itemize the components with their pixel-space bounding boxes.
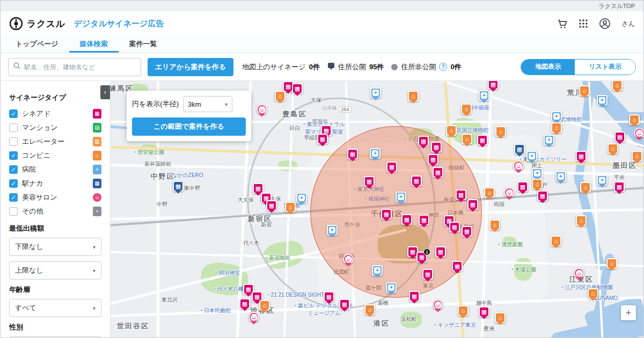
convenience-marker[interactable]: ⌂ bbox=[489, 219, 500, 230]
cinead-marker[interactable]: ▦ bbox=[449, 222, 460, 232]
filter-type-station[interactable]: ✓駅ナカ▦ bbox=[9, 177, 101, 190]
convenience-marker[interactable]: ⌂ bbox=[629, 114, 640, 125]
beauty-salon-marker[interactable]: ☺ bbox=[343, 254, 354, 264]
filter-type-store[interactable]: ✓コンビニ⌂ bbox=[9, 149, 101, 163]
station-marker[interactable]: ▦ bbox=[173, 181, 184, 192]
convenience-marker[interactable]: ⌂ bbox=[580, 182, 591, 193]
help-icon[interactable]: ? bbox=[439, 63, 447, 71]
cinead-marker[interactable]: ▦ bbox=[431, 142, 442, 152]
cinead-marker[interactable]: ▦ bbox=[477, 135, 488, 145]
cinead-marker[interactable]: ▦ bbox=[381, 209, 392, 219]
hospital-marker[interactable]: + bbox=[544, 135, 554, 145]
filter-type-elevator[interactable]: エレベーター▥ bbox=[9, 135, 101, 149]
cinead-marker[interactable]: ▦ bbox=[347, 149, 358, 159]
hospital-marker[interactable]: + bbox=[479, 90, 489, 101]
hospital-marker[interactable]: + bbox=[597, 175, 608, 186]
brand-logo[interactable]: ラクスル bbox=[9, 17, 65, 31]
filter-type-hospital[interactable]: ✓病院+ bbox=[9, 163, 101, 177]
cinead-marker[interactable]: ▦2 bbox=[416, 252, 427, 262]
cinead-marker[interactable]: ▦ bbox=[479, 306, 489, 317]
hospital-marker[interactable]: + bbox=[386, 282, 397, 293]
cinead-marker[interactable]: ▦ bbox=[239, 298, 250, 309]
zoom-in-button[interactable]: + bbox=[621, 305, 636, 320]
beauty-salon-marker[interactable]: ☺ bbox=[257, 104, 267, 115]
cinead-marker[interactable]: ▦ bbox=[409, 291, 420, 302]
cinead-marker[interactable]: ▦ bbox=[253, 183, 264, 194]
filter-type-cinead[interactable]: ✓シネアド▦ bbox=[9, 107, 101, 121]
search-input[interactable] bbox=[24, 63, 136, 71]
beauty-salon-marker[interactable]: ☺ bbox=[504, 187, 515, 198]
cinead-marker[interactable]: ▦ bbox=[324, 291, 334, 302]
tab-top-page[interactable]: トップページ bbox=[5, 36, 69, 53]
hospital-marker[interactable]: + bbox=[551, 111, 562, 122]
convenience-marker[interactable]: ⌂ bbox=[551, 122, 562, 133]
account-icon[interactable] bbox=[599, 18, 611, 30]
hospital-marker[interactable]: + bbox=[372, 265, 383, 276]
list-view-toggle[interactable]: リスト表示 bbox=[575, 60, 635, 75]
convenience-marker[interactable]: ⌂ bbox=[608, 143, 618, 154]
create-from-area-button[interactable]: エリアから案件を作る bbox=[148, 58, 233, 76]
convenience-marker[interactable]: ⌂ bbox=[462, 134, 472, 144]
beauty-salon-marker[interactable]: ☺ bbox=[433, 299, 443, 310]
radius-select[interactable]: 3km ▾ bbox=[183, 96, 232, 112]
convenience-marker[interactable]: ⌂ bbox=[551, 236, 561, 246]
cinead-marker[interactable]: ▦ bbox=[456, 189, 466, 200]
beauty-salon-marker[interactable]: ☺ bbox=[513, 160, 524, 171]
filter-type-other[interactable]: その他▪ bbox=[9, 204, 101, 218]
checkbox-mansion[interactable] bbox=[9, 123, 18, 132]
cinead-marker[interactable]: ▦ bbox=[435, 246, 446, 257]
map-canvas[interactable]: 練馬区豊島区中野区新宿区千代田区港区渋谷区世田谷区江東区墨田区荒川区大塚山手線目… bbox=[111, 81, 643, 338]
checkbox-station[interactable]: ✓ bbox=[9, 179, 18, 188]
cinead-marker[interactable]: ▦ bbox=[411, 175, 422, 186]
filter-type-beauty[interactable]: ✓美容サロン☺ bbox=[9, 190, 101, 204]
station-marker[interactable]: ▦ bbox=[514, 144, 525, 155]
cinead-marker[interactable]: ▦ bbox=[266, 200, 277, 211]
convenience-marker[interactable]: ⌂ bbox=[532, 179, 543, 189]
cinead-marker[interactable]: ▦ bbox=[433, 167, 443, 178]
convenience-marker[interactable]: ⌂ bbox=[408, 91, 419, 101]
cinead-marker[interactable]: ▦ bbox=[418, 136, 429, 146]
cinead-marker[interactable]: ▦ bbox=[401, 214, 412, 225]
convenience-marker[interactable]: ⌂ bbox=[275, 91, 286, 101]
cinead-marker[interactable]: ▦ bbox=[317, 134, 328, 144]
convenience-marker[interactable]: ⌂ bbox=[446, 125, 457, 136]
hospital-marker[interactable]: + bbox=[555, 171, 566, 182]
create-in-range-button[interactable]: この範囲で案件を作る bbox=[132, 117, 246, 136]
hospital-marker[interactable]: + bbox=[526, 151, 537, 161]
checkbox-store[interactable]: ✓ bbox=[9, 151, 18, 160]
convenience-marker[interactable]: ⌂ bbox=[495, 126, 506, 137]
cinead-marker[interactable]: ▦ bbox=[462, 226, 472, 237]
checkbox-hospital[interactable]: ✓ bbox=[9, 165, 18, 174]
search-input-wrapper[interactable] bbox=[8, 58, 141, 76]
cinead-marker[interactable]: ▦ bbox=[576, 151, 587, 161]
convenience-marker[interactable]: ⌂ bbox=[285, 202, 296, 212]
convenience-marker[interactable]: ⌂ bbox=[588, 288, 598, 299]
hospital-marker[interactable]: + bbox=[370, 87, 381, 98]
raksul-top-link[interactable]: ラクスルTOP bbox=[599, 2, 635, 10]
map-view-toggle[interactable]: 地図表示 bbox=[521, 60, 575, 75]
cinead-marker[interactable]: ▦ bbox=[364, 176, 375, 187]
convenience-marker[interactable]: ⌂ bbox=[259, 300, 270, 311]
cinead-marker[interactable]: ▦ bbox=[422, 269, 433, 280]
tab-project-list[interactable]: 案件一覧 bbox=[119, 36, 168, 53]
hospital-marker[interactable]: + bbox=[396, 192, 406, 202]
filter-type-mansion[interactable]: マンション▤ bbox=[9, 121, 101, 135]
cinead-marker[interactable]: ▦ bbox=[488, 81, 499, 90]
convenience-marker[interactable]: ⌂ bbox=[612, 81, 623, 91]
convenience-marker[interactable]: ⌂ bbox=[484, 187, 495, 198]
convenience-marker[interactable]: ⌂ bbox=[461, 104, 472, 114]
hospital-marker[interactable]: + bbox=[597, 95, 608, 106]
tab-media-search[interactable]: 媒体検索 bbox=[69, 36, 119, 53]
sidebar-collapse-button[interactable]: ‹ bbox=[100, 85, 110, 99]
cinead-marker[interactable]: ▦ bbox=[614, 131, 625, 142]
convenience-marker[interactable]: ⌂ bbox=[364, 304, 375, 315]
convenience-marker[interactable]: ⌂ bbox=[606, 258, 617, 269]
cinead-marker[interactable]: ▦ bbox=[467, 199, 478, 210]
cinead-marker[interactable]: ▦ bbox=[339, 299, 350, 310]
checkbox-cinead[interactable]: ✓ bbox=[9, 109, 18, 118]
beauty-salon-marker[interactable]: ☺ bbox=[574, 268, 584, 278]
beauty-salon-marker[interactable]: ☺ bbox=[248, 312, 259, 322]
checkbox-other[interactable] bbox=[9, 207, 18, 216]
hospital-marker[interactable]: + bbox=[327, 225, 338, 236]
beauty-salon-marker[interactable]: ☺ bbox=[634, 128, 643, 138]
